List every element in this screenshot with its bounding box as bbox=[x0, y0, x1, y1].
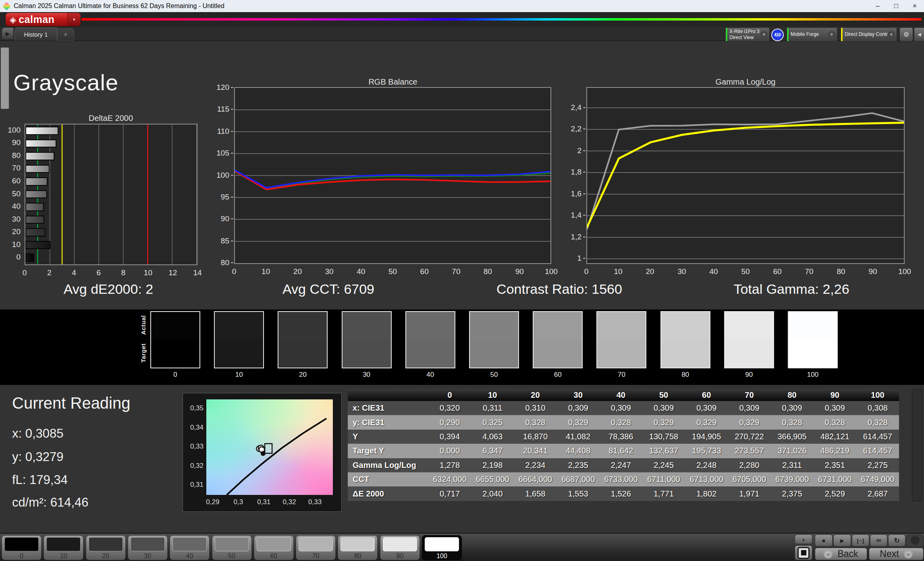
display-dropdown-label: Direct Display Control bbox=[843, 31, 888, 37]
level-button-90[interactable]: 90 bbox=[380, 535, 420, 560]
level-button-50[interactable]: 50 bbox=[212, 535, 252, 560]
level-button-30[interactable]: 30 bbox=[128, 535, 168, 560]
y-tick-mark bbox=[231, 241, 233, 241]
level-swatch-90 bbox=[383, 537, 417, 551]
record-button[interactable] bbox=[906, 534, 924, 546]
back-button[interactable]: « Back bbox=[815, 548, 867, 560]
tick-label: 90 bbox=[12, 138, 21, 147]
swatch-actual-100 bbox=[789, 312, 837, 340]
meter-status-badge[interactable]: 410 bbox=[771, 29, 784, 41]
maximize-button[interactable]: □ bbox=[887, 2, 905, 10]
y-tick-mark bbox=[583, 107, 586, 108]
reading-fl: fL: 179,34 bbox=[12, 473, 68, 487]
tick-label: 90 bbox=[515, 267, 524, 276]
level-button-10[interactable]: 10 bbox=[44, 535, 83, 560]
swatch-level-label: 10 bbox=[235, 371, 243, 379]
panel-up-button[interactable]: ▲ bbox=[795, 534, 812, 544]
y-tick-mark bbox=[231, 197, 233, 197]
bracket-marker-icon: [··] bbox=[857, 538, 864, 544]
page-title: Grayscale bbox=[13, 69, 118, 96]
collapse-panel-button[interactable]: ◀ bbox=[914, 27, 924, 42]
deltae-bar-80 bbox=[25, 152, 54, 160]
table-cell: 6655,000 bbox=[471, 472, 514, 486]
minimize-button[interactable]: – bbox=[868, 2, 887, 10]
table-cell: 6733,000 bbox=[600, 472, 642, 486]
cie-y-tick: 0,31 bbox=[190, 481, 203, 489]
deltae-bar-30 bbox=[25, 216, 44, 224]
table-cell: 2,280 bbox=[728, 458, 770, 472]
pattern-window-button[interactable] bbox=[795, 545, 812, 560]
table-cell: 1,553 bbox=[557, 486, 600, 501]
table-cell: 0,000 bbox=[428, 444, 471, 458]
tick-label: 14 bbox=[193, 268, 201, 277]
tick-label: 100 bbox=[898, 267, 911, 276]
next-button-label: Next bbox=[880, 549, 899, 559]
marker-button[interactable]: [··] bbox=[852, 534, 869, 546]
history-nav-button[interactable]: ▶ bbox=[2, 28, 13, 39]
workflow-dropdown[interactable]: Mobile Forge ▼ bbox=[787, 27, 837, 42]
level-button-label: 50 bbox=[212, 553, 251, 560]
window-controls: – □ × bbox=[868, 2, 924, 10]
play-button[interactable]: ▶ bbox=[833, 534, 851, 546]
swatch-target-10 bbox=[215, 340, 263, 368]
calman-logo-text: calman bbox=[19, 14, 54, 25]
tab-history-1[interactable]: History 1 bbox=[15, 27, 57, 41]
level-swatch-10 bbox=[46, 537, 81, 551]
level-swatch-70 bbox=[299, 537, 333, 551]
next-button[interactable]: Next » bbox=[869, 548, 924, 560]
level-button-label: 100 bbox=[422, 553, 461, 560]
tick-label: 1 bbox=[577, 254, 581, 263]
table-cell: 0,309 bbox=[557, 401, 600, 415]
level-swatch-60 bbox=[257, 537, 291, 551]
refresh-button[interactable]: ↻ bbox=[888, 534, 905, 546]
add-tab-button[interactable]: + bbox=[57, 28, 74, 41]
table-row-4: Gamma Log/Log1,2782,1982,2342,2352,2472,… bbox=[348, 458, 899, 472]
tick-label: 105 bbox=[216, 149, 229, 158]
swatch-target-90 bbox=[725, 340, 773, 368]
meter-dropdown[interactable]: X-Rite i1Pro 3 Direct View ▼ bbox=[725, 27, 770, 42]
tick-label: 115 bbox=[217, 105, 229, 114]
swatch-60 bbox=[533, 311, 583, 368]
table-cell: 614,457 bbox=[856, 444, 899, 458]
swatch-actual-70 bbox=[597, 312, 646, 340]
tick-label: 2,2 bbox=[571, 125, 581, 133]
table-cell: 0,309 bbox=[728, 401, 770, 415]
level-button-0[interactable]: 0 bbox=[2, 535, 42, 560]
table-scrollbar-thumb[interactable] bbox=[1, 48, 9, 109]
calman-menu-button[interactable]: ◈ calman ▼ bbox=[6, 13, 81, 26]
continuous-measure-button[interactable]: ∞ bbox=[870, 534, 887, 546]
tick-label: 100 bbox=[8, 126, 21, 135]
swatch-actual-50 bbox=[470, 312, 518, 340]
level-button-70[interactable]: 70 bbox=[296, 535, 336, 560]
tick-label: 20 bbox=[646, 267, 654, 276]
table-cell: 6324,000 bbox=[428, 472, 471, 486]
swatch-40 bbox=[405, 311, 455, 368]
table-cell: 0,309 bbox=[814, 401, 856, 415]
level-button-100[interactable]: 100 bbox=[422, 535, 462, 560]
display-control-dropdown[interactable]: Direct Display Control ▼ bbox=[841, 27, 897, 42]
level-button-40[interactable]: 40 bbox=[170, 535, 210, 560]
tick-label: 10 bbox=[144, 268, 152, 277]
table-cell: 0,309 bbox=[642, 401, 685, 415]
level-button-20[interactable]: 20 bbox=[86, 535, 126, 560]
level-button-60[interactable]: 60 bbox=[254, 535, 294, 560]
level-button-80[interactable]: 80 bbox=[338, 535, 378, 560]
stop-button[interactable]: ■ bbox=[815, 534, 833, 546]
cie-y-tick: 0,34 bbox=[190, 424, 203, 432]
tick-label: 6 bbox=[97, 268, 101, 277]
chevron-down-icon[interactable]: ▼ bbox=[67, 13, 81, 26]
table-cell: 0,308 bbox=[856, 401, 899, 415]
table-scrollbar[interactable] bbox=[912, 389, 922, 501]
tick-label: 12 bbox=[168, 268, 177, 277]
tick-label: 50 bbox=[388, 267, 397, 276]
table-cell: 1,802 bbox=[685, 486, 728, 501]
summary-stat-0: Avg dE2000: 2 bbox=[64, 281, 153, 297]
close-button[interactable]: × bbox=[905, 2, 924, 10]
swatch-70 bbox=[596, 311, 646, 368]
table-cell: 1,278 bbox=[428, 458, 471, 472]
settings-button[interactable]: ⚙ bbox=[899, 27, 913, 42]
table-cell: 0,329 bbox=[685, 415, 728, 429]
table-cell: 6664,000 bbox=[514, 472, 556, 486]
table-row-label: Y bbox=[348, 430, 428, 444]
swatch-10 bbox=[214, 311, 264, 368]
